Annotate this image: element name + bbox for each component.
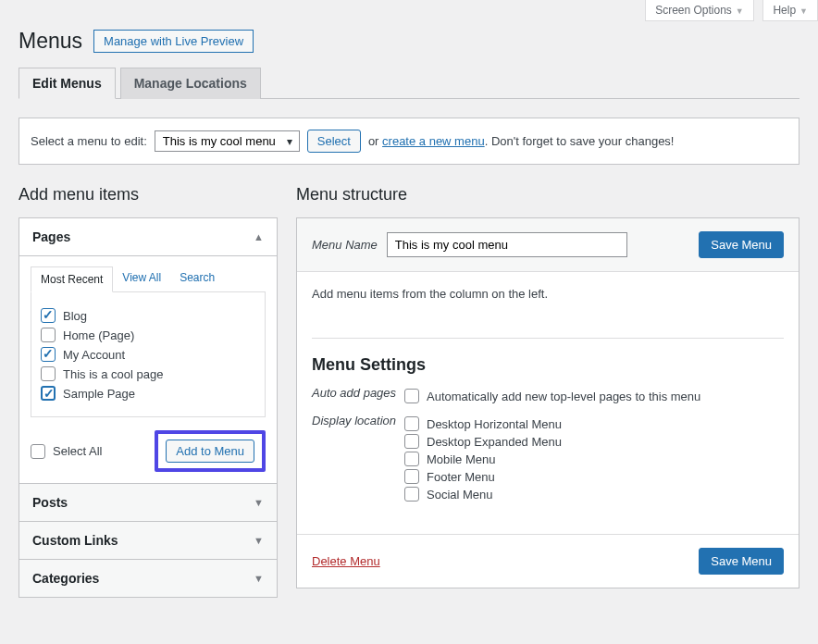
location-checkbox[interactable]: [404, 416, 419, 431]
select-tail-text: . Don't forget to save your changes!: [485, 134, 675, 148]
location-option[interactable]: Footer Menu: [404, 469, 784, 484]
help-button[interactable]: Help▼: [762, 0, 818, 21]
page-item-label: Home (Page): [63, 328, 134, 342]
accordion-posts-label: Posts: [32, 495, 68, 510]
instructions-text: Add menu items from the column on the le…: [312, 287, 784, 301]
highlight-box: Add to Menu: [155, 430, 266, 472]
select-button[interactable]: Select: [307, 130, 361, 153]
accordion-pages-body: Most Recent View All Search Blog Home (P…: [19, 256, 277, 483]
menu-panel: Menu Name Save Menu Add menu items from …: [296, 217, 799, 588]
accordion-pages-header[interactable]: Pages ▲: [19, 218, 277, 256]
accordion-categories-label: Categories: [32, 571, 99, 586]
or-text: or: [368, 134, 379, 148]
select-all-label: Select All: [53, 444, 102, 458]
auto-add-label: Auto add pages: [312, 386, 404, 406]
add-to-menu-button[interactable]: Add to Menu: [166, 440, 254, 463]
page-checkbox[interactable]: [41, 347, 56, 362]
page-checkbox[interactable]: [41, 366, 56, 381]
location-text: Footer Menu: [427, 470, 495, 484]
select-menu-label: Select a menu to edit:: [31, 134, 147, 148]
location-checkbox[interactable]: [404, 452, 419, 466]
chevron-down-icon: ▼: [254, 535, 264, 546]
page-item[interactable]: Home (Page): [41, 328, 255, 342]
tab-view-all[interactable]: View All: [113, 266, 170, 291]
manage-live-preview-button[interactable]: Manage with Live Preview: [93, 30, 254, 53]
accordion-pages-label: Pages: [32, 229, 70, 244]
page-item-label: Blog: [63, 309, 87, 323]
accordion-custom-links-label: Custom Links: [32, 533, 118, 548]
page-item-label: My Account: [63, 348, 125, 362]
accordion-posts-header[interactable]: Posts ▼: [19, 483, 277, 522]
location-option[interactable]: Desktop Horizontal Menu: [404, 416, 784, 431]
tab-most-recent[interactable]: Most Recent: [31, 266, 113, 292]
display-location-label: Display location: [312, 414, 404, 504]
page-item[interactable]: Blog: [41, 308, 255, 323]
accordion-custom-links-header[interactable]: Custom Links ▼: [19, 522, 277, 560]
tab-manage-locations[interactable]: Manage Locations: [120, 68, 261, 99]
select-all-checkbox[interactable]: [31, 444, 45, 459]
location-text: Social Menu: [427, 488, 493, 502]
save-menu-button-top[interactable]: Save Menu: [699, 231, 784, 258]
page-item[interactable]: This is a cool page: [41, 366, 255, 381]
location-checkbox[interactable]: [404, 487, 419, 502]
chevron-down-icon: ▼: [799, 6, 808, 16]
tab-search[interactable]: Search: [170, 266, 224, 291]
pages-panel: Blog Home (Page) My Account This is a co…: [31, 292, 266, 417]
tab-edit-menus[interactable]: Edit Menus: [19, 68, 116, 99]
page-item[interactable]: Sample Page: [41, 386, 255, 401]
auto-add-option[interactable]: Automatically add new top-level pages to…: [404, 389, 784, 403]
page-checkbox[interactable]: [41, 386, 56, 401]
accordion-categories-header[interactable]: Categories ▼: [19, 560, 277, 597]
auto-add-checkbox[interactable]: [404, 389, 419, 403]
page-title: Menus: [19, 29, 82, 54]
add-menu-items-heading: Add menu items: [19, 185, 278, 204]
divider: [312, 338, 784, 339]
chevron-down-icon: ▼: [254, 497, 264, 508]
chevron-up-icon: ▲: [254, 231, 264, 242]
help-label: Help: [773, 4, 796, 17]
auto-add-text: Automatically add new top-level pages to…: [427, 390, 700, 403]
location-option[interactable]: Desktop Expanded Menu: [404, 434, 784, 449]
screen-options-label: Screen Options: [655, 4, 732, 17]
menu-footer: Delete Menu Save Menu: [297, 534, 799, 588]
menu-select[interactable]: This is my cool menu: [155, 130, 300, 152]
page-item-label: This is a cool page: [63, 367, 163, 381]
screen-options-button[interactable]: Screen Options▼: [645, 0, 754, 21]
location-option[interactable]: Social Menu: [404, 487, 784, 502]
location-option[interactable]: Mobile Menu: [404, 452, 784, 466]
menu-name-label: Menu Name: [312, 238, 378, 252]
location-text: Desktop Horizontal Menu: [427, 417, 562, 431]
nav-tabs: Edit Menus Manage Locations: [19, 67, 799, 99]
chevron-down-icon: ▼: [736, 6, 744, 16]
menu-header: Menu Name Save Menu: [297, 218, 799, 272]
location-checkbox[interactable]: [404, 469, 419, 484]
save-menu-button-bottom[interactable]: Save Menu: [699, 548, 784, 575]
menu-select-bar: Select a menu to edit: This is my cool m…: [19, 118, 799, 165]
create-new-menu-link[interactable]: create a new menu: [382, 134, 485, 148]
menu-structure-heading: Menu structure: [296, 185, 799, 204]
page-checkbox[interactable]: [41, 308, 56, 323]
menu-name-input[interactable]: [387, 232, 627, 257]
page-item-label: Sample Page: [63, 387, 135, 401]
menu-settings-heading: Menu Settings: [312, 355, 784, 375]
location-checkbox[interactable]: [404, 434, 419, 449]
select-all[interactable]: Select All: [31, 444, 102, 459]
pages-inner-tabs: Most Recent View All Search: [31, 266, 266, 292]
page-checkbox[interactable]: [41, 328, 56, 342]
accordion: Pages ▲ Most Recent View All Search Blog…: [19, 217, 278, 598]
location-text: Desktop Expanded Menu: [427, 435, 562, 449]
chevron-down-icon: ▼: [254, 573, 264, 584]
page-item[interactable]: My Account: [41, 347, 255, 362]
location-text: Mobile Menu: [427, 452, 495, 466]
delete-menu-link[interactable]: Delete Menu: [312, 554, 380, 568]
